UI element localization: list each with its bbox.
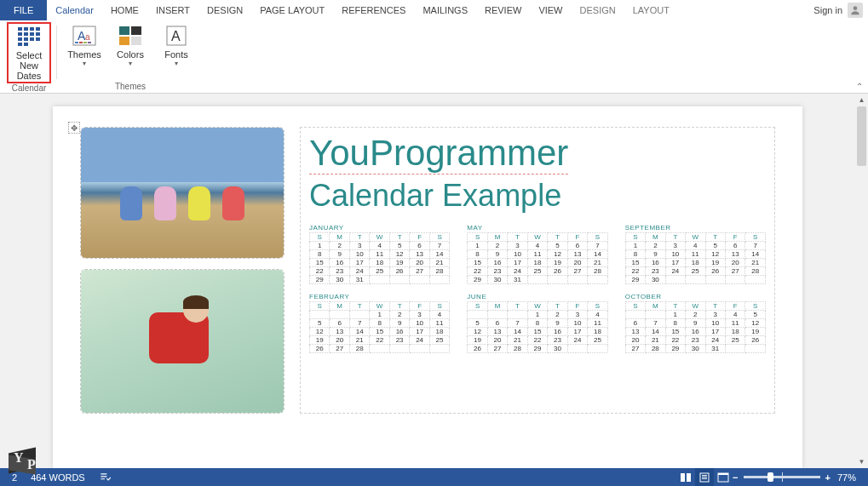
table-anchor-icon[interactable]: ✥ <box>68 122 80 134</box>
photo-placeholder-2[interactable] <box>80 269 285 414</box>
month-february: FEBRUARYSMTWTFS1234567891011121314151617… <box>309 293 450 353</box>
document-area[interactable]: ✥ YouProgrammer Calendar Example <box>0 94 855 468</box>
month-name: FEBRUARY <box>309 293 450 300</box>
btn-line1: Select <box>16 50 43 60</box>
svg-rect-19 <box>75 42 78 43</box>
chevron-down-icon: ▾ <box>175 60 178 67</box>
signin-area[interactable]: Sign in <box>813 3 868 18</box>
tab-view[interactable]: VIEW <box>530 0 571 20</box>
calendar-column: YouProgrammer Calendar Example JANUARYSM… <box>300 127 775 414</box>
zoom-out-button[interactable]: − <box>733 472 738 483</box>
svg-rect-12 <box>36 37 40 41</box>
signin-label: Sign in <box>813 5 842 15</box>
svg-rect-10 <box>24 37 28 41</box>
ribbon-group-calendar: Select New Dates Calendar <box>3 22 55 93</box>
ribbon-group-themes: Aa Themes ▾ Colors ▾ A Fonts ▾ Themes <box>59 22 202 93</box>
svg-rect-1 <box>18 27 22 31</box>
colors-button[interactable]: Colors ▾ <box>108 22 152 69</box>
month-october: OCTOBERSMTWTFS12345678910111213141516171… <box>625 293 766 353</box>
status-bar: 2 464 WORDS − + 77% <box>0 468 868 486</box>
fonts-label: Fonts <box>164 49 188 60</box>
web-layout-button[interactable] <box>714 468 733 486</box>
month-name: OCTOBER <box>625 293 766 300</box>
themes-icon: Aa <box>72 24 96 48</box>
svg-rect-20 <box>79 42 83 43</box>
svg-rect-4 <box>36 27 40 31</box>
svg-rect-21 <box>83 42 87 43</box>
svg-rect-25 <box>119 37 129 45</box>
svg-point-0 <box>854 6 858 10</box>
svg-rect-2 <box>24 27 28 31</box>
photo-placeholder-1[interactable] <box>80 127 285 259</box>
user-avatar-icon <box>848 3 863 18</box>
svg-rect-13 <box>18 43 22 46</box>
month-name: SEPTEMBER <box>625 224 766 232</box>
tab-layout[interactable]: LAYOUT <box>624 0 678 20</box>
chevron-down-icon: ▾ <box>129 60 132 67</box>
tab-file[interactable]: FILE <box>0 0 47 20</box>
svg-rect-3 <box>30 27 34 31</box>
btn-line2: New Dates <box>9 60 49 81</box>
read-mode-button[interactable] <box>676 468 695 486</box>
select-new-dates-button[interactable]: Select New Dates <box>7 22 51 83</box>
menu-tabs: FILE CalendarHOMEINSERTDESIGNPAGE LAYOUT… <box>0 0 868 20</box>
calendar-grid-icon <box>17 25 41 49</box>
tab-insert[interactable]: INSERT <box>147 0 198 20</box>
tab-page-layout[interactable]: PAGE LAYOUT <box>251 0 333 20</box>
watermark-logo: Y P <box>3 445 51 483</box>
tab-calendar[interactable]: Calendar <box>47 0 102 20</box>
svg-rect-22 <box>88 42 91 43</box>
month-january: JANUARYSMTWTFS12345678910111213141516171… <box>309 224 450 284</box>
themes-button[interactable]: Aa Themes ▾ <box>62 22 106 69</box>
svg-text:A: A <box>171 29 181 43</box>
month-june: JUNESMTWTFS12345678910111213141516171819… <box>467 293 607 353</box>
photo-column <box>80 127 285 414</box>
svg-rect-6 <box>24 32 28 36</box>
svg-rect-34 <box>718 473 728 475</box>
scroll-thumb[interactable] <box>857 106 866 166</box>
months-grid: JANUARYSMTWTFS12345678910111213141516171… <box>301 219 774 358</box>
svg-rect-30 <box>702 475 707 476</box>
tab-design[interactable]: DESIGN <box>572 0 624 20</box>
tab-references[interactable]: REFERENCES <box>333 0 414 20</box>
vertical-scrollbar[interactable]: ▲ ▼ <box>855 94 868 468</box>
fonts-button[interactable]: A Fonts ▾ <box>154 22 198 69</box>
colors-label: Colors <box>117 49 144 60</box>
zoom-thumb[interactable] <box>767 472 773 482</box>
tab-home[interactable]: HOME <box>102 0 147 20</box>
svg-rect-24 <box>131 26 141 35</box>
group-separator <box>56 26 57 79</box>
doc-subtitle[interactable]: Calendar Example <box>309 178 766 214</box>
month-may: MAYSMTWTFS123456789101112131415161718192… <box>467 224 607 284</box>
tab-design[interactable]: DESIGN <box>198 0 251 20</box>
svg-rect-14 <box>24 43 28 46</box>
svg-text:a: a <box>85 32 90 42</box>
colors-icon <box>118 24 142 48</box>
month-name: JUNE <box>467 293 607 300</box>
svg-rect-23 <box>119 26 129 35</box>
ribbon: Select New Dates Calendar Aa Themes ▾ Co… <box>0 20 868 94</box>
scroll-down-icon[interactable]: ▼ <box>855 455 868 468</box>
svg-rect-7 <box>30 32 34 36</box>
scroll-up-icon[interactable]: ▲ <box>855 94 868 106</box>
proofing-button[interactable] <box>92 472 118 483</box>
month-name: MAY <box>467 224 607 232</box>
svg-rect-9 <box>18 37 22 41</box>
themes-label: Themes <box>67 49 101 60</box>
zoom-level[interactable]: 77% <box>831 472 863 483</box>
month-september: SEPTEMBERSMTWTFS123456789101112131415161… <box>625 224 766 284</box>
svg-rect-11 <box>30 37 34 41</box>
print-layout-button[interactable] <box>695 468 714 486</box>
zoom-slider[interactable] <box>744 476 820 478</box>
collapse-ribbon-icon[interactable]: ⌃ <box>856 82 863 91</box>
page: ✥ YouProgrammer Calendar Example <box>53 106 802 468</box>
doc-title[interactable]: YouProgrammer <box>309 133 568 174</box>
svg-rect-32 <box>702 478 707 479</box>
svg-rect-8 <box>36 32 40 36</box>
svg-rect-31 <box>702 477 707 477</box>
group-label-themes: Themes <box>115 82 146 93</box>
svg-rect-5 <box>18 32 22 36</box>
tab-mailings[interactable]: MAILINGS <box>414 0 476 20</box>
tab-review[interactable]: REVIEW <box>476 0 530 20</box>
svg-rect-26 <box>131 37 141 45</box>
